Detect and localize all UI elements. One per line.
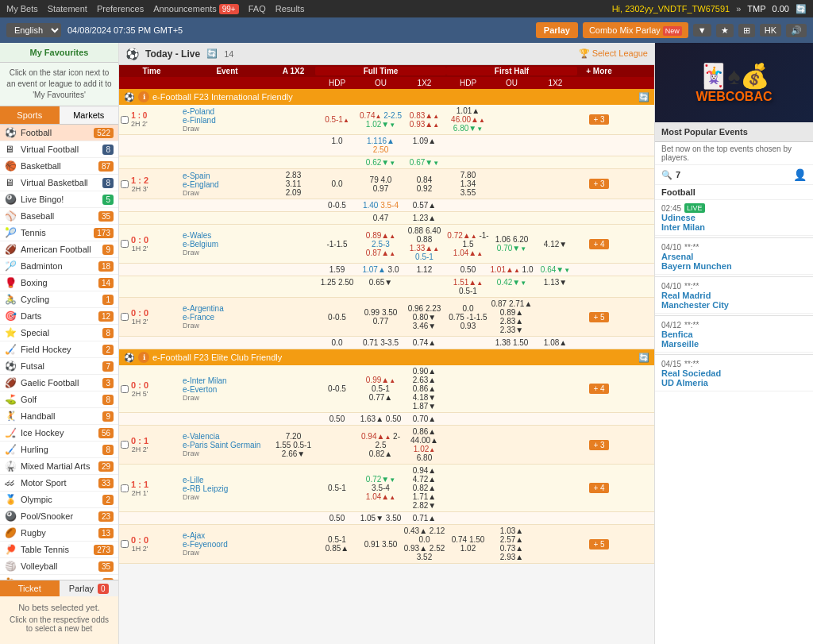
match8-team1[interactable]: e-Ajax <box>183 531 272 540</box>
m3r2-val4[interactable]: 0.50 <box>446 265 490 274</box>
m5r2-v1[interactable]: 0.50 <box>315 415 359 423</box>
match5-more-btn[interactable]: + 4 <box>589 384 608 394</box>
sidebar-item-badminton[interactable]: 🏸Badminton18 <box>0 258 118 275</box>
match4-checkbox[interactable] <box>121 313 129 321</box>
m7r2-v2[interactable]: 1.05▼ 3.50 <box>359 514 403 523</box>
m2o1-ou[interactable]: 1.40 3.5-4 <box>359 201 403 210</box>
popular-match-1[interactable]: 02:45 LIVE Udinese Inter Milan <box>655 200 813 236</box>
results-link[interactable]: Results <box>275 4 305 13</box>
m3r2-val2[interactable]: 1.07▲ 3.0 <box>359 265 403 274</box>
refresh-events-icon[interactable]: 🔄 <box>206 48 218 59</box>
m4r2-v4[interactable]: 1.38 1.50 <box>490 338 534 347</box>
match1-team1[interactable]: e-Poland <box>183 107 272 116</box>
grid-icon-btn[interactable]: ⊞ <box>738 24 755 37</box>
parlay-tab[interactable]: Parlay 0 <box>60 580 119 596</box>
m4r2-v2[interactable]: 0.71 3-3.5 <box>359 338 403 347</box>
m1o1-1x2[interactable]: 1.09▲ <box>403 137 446 154</box>
m4r2-v5[interactable]: 1.08▲ <box>534 338 577 347</box>
language-select[interactable]: English <box>6 23 61 37</box>
sports-tab[interactable]: Sports <box>0 106 60 124</box>
section1-info-icon[interactable]: ℹ <box>138 91 149 102</box>
faq-link[interactable]: FAQ <box>249 4 266 13</box>
match1-ou1[interactable]: 0.74 2-2.5 <box>359 111 403 120</box>
select-league-btn[interactable]: 🏆 Select League <box>579 48 648 59</box>
m4r2-v3[interactable]: 0.74▲ <box>403 338 446 347</box>
sidebar-item-handball[interactable]: 🤾Handball9 <box>0 408 118 425</box>
match4-team1[interactable]: e-Argentina <box>183 304 272 313</box>
match6-checkbox[interactable] <box>121 441 129 449</box>
m4r2-v1[interactable]: 0.0 <box>315 338 359 347</box>
match6-more-btn[interactable]: + 3 <box>589 440 608 450</box>
match7-team2[interactable]: e-RB Leipzig <box>183 484 272 493</box>
sidebar-item-virtual-basketball[interactable]: 🖥Virtual Basketball8 <box>0 175 118 191</box>
combo-mix-parlay-button[interactable]: Combo Mix Parlay New <box>583 22 688 38</box>
match1-1x2-2[interactable]: 0.93▲ <box>403 120 446 129</box>
statement-link[interactable]: Statement <box>48 4 87 13</box>
section1-refresh-icon[interactable]: 🔄 <box>638 92 649 102</box>
m3r3-val1[interactable]: 1.25 2.50 <box>315 278 359 295</box>
sidebar-item-american-football[interactable]: 🏈American Football9 <box>0 241 118 258</box>
m7r2-v1[interactable]: 0.50 <box>315 514 359 523</box>
sidebar-item-cycling[interactable]: 🚴Cycling1 <box>0 291 118 308</box>
match5-checkbox[interactable] <box>121 385 129 393</box>
popular-match-4[interactable]: 04/12 **:** Benfica Marseille <box>655 318 813 353</box>
match6-team1[interactable]: e-Valencia <box>183 432 272 441</box>
markets-tab[interactable]: Markets <box>60 106 119 124</box>
sidebar-item-special[interactable]: ⭐Special8 <box>0 325 118 341</box>
match6-team2[interactable]: e-Paris Saint Germain <box>183 441 272 449</box>
announcements-link[interactable]: Announcements 99+ <box>153 4 239 13</box>
m3r3-val5[interactable]: 1.13▼ <box>534 278 577 295</box>
sidebar-item-gaelic-football[interactable]: 🏈Gaelic Football3 <box>0 375 118 391</box>
match4-team2[interactable]: e-France <box>183 313 272 322</box>
sidebar-item-pool/snooker[interactable]: 🎱Pool/Snooker23 <box>0 508 118 525</box>
sidebar-item-darts[interactable]: 🎯Darts12 <box>0 308 118 325</box>
sidebar-item-mixed-martial-arts[interactable]: 🥋Mixed Martial Arts29 <box>0 458 118 475</box>
sidebar-item-hurling[interactable]: 🏑Hurling8 <box>0 442 118 458</box>
match8-checkbox[interactable] <box>121 540 129 548</box>
match1-ou2[interactable]: 1.02▼ <box>359 120 403 129</box>
match2-checkbox[interactable] <box>121 180 129 188</box>
match3-team1[interactable]: e-Wales <box>183 231 272 240</box>
match1-more-btn[interactable]: + 3 <box>589 114 608 125</box>
sidebar-item-football[interactable]: ⚽Football522 <box>0 125 118 141</box>
match8-team2[interactable]: e-Feyenoord <box>183 540 272 549</box>
match5-team1[interactable]: e-Inter Milan <box>183 376 272 385</box>
sidebar-item-futsal[interactable]: ⚽Futsal7 <box>0 358 118 375</box>
match5-team2[interactable]: e-Everton <box>183 385 272 394</box>
sidebar-item-rugby[interactable]: 🏉Rugby13 <box>0 525 118 542</box>
match1-team2[interactable]: e-Finland <box>183 116 272 125</box>
sidebar-item-golf[interactable]: ⛳Golf8 <box>0 391 118 408</box>
match1-hdp1[interactable]: 0.5-1 <box>315 115 359 124</box>
m1o1-hdp[interactable]: 1.0 <box>315 137 359 154</box>
m3r3-val3[interactable]: 1.51▲ 0.5-1 <box>446 278 490 295</box>
match1-1x2-1[interactable]: 0.83▲ <box>403 111 446 120</box>
match3-team2[interactable]: e-Belgium <box>183 240 272 249</box>
sidebar-item-olympic[interactable]: 🏅Olympic2 <box>0 492 118 508</box>
sidebar-item-baseball[interactable]: ⚾Baseball35 <box>0 208 118 225</box>
m1o2-1x2[interactable]: 0.67▼ <box>403 158 446 167</box>
section2-refresh-icon[interactable]: 🔄 <box>638 353 649 363</box>
m3r2-val1[interactable]: 1.59 <box>315 265 359 274</box>
sidebar-item-ice-hockey[interactable]: 🏒Ice Hockey56 <box>0 425 118 442</box>
match1-checkbox[interactable] <box>121 116 129 124</box>
match7-more-btn[interactable]: + 4 <box>589 483 608 493</box>
match3-checkbox[interactable] <box>121 240 129 248</box>
m3r2-val5[interactable]: 1.01▲ 1.0 <box>490 265 534 274</box>
m3r3-val4[interactable]: 0.42▼ <box>490 278 534 295</box>
m3r3-val2[interactable]: 0.65▼ <box>359 278 403 295</box>
m2o2-1x2[interactable]: 1.23▲ <box>403 214 446 222</box>
m5r2-v3[interactable]: 0.70▲ <box>403 415 446 423</box>
sound-icon-btn[interactable]: 🔊 <box>786 24 807 37</box>
match2-more-btn[interactable]: + 3 <box>589 179 608 189</box>
sidebar-item-virtual-football[interactable]: 🖥Virtual Football8 <box>0 141 118 158</box>
m3r2-val6[interactable]: 0.64▼ <box>534 265 577 274</box>
sidebar-item-tennis[interactable]: 🎾Tennis173 <box>0 225 118 241</box>
match7-team1[interactable]: e-Lille <box>183 476 272 484</box>
m7r2-v3[interactable]: 0.71▲ <box>403 514 446 523</box>
match1-fhhdp1[interactable]: 1.01▲ <box>446 106 490 115</box>
popular-match-5[interactable]: 04/15 **:** Real Sociedad UD Almeria <box>655 357 813 391</box>
popular-match-2[interactable]: 04/10 **:** Arsenal Bayern Munchen <box>655 240 813 275</box>
region-select-btn[interactable]: HK <box>760 24 781 37</box>
match2-team1[interactable]: e-Spain <box>183 172 272 180</box>
sidebar-item-motor-sport[interactable]: 🏎Motor Sport33 <box>0 475 118 492</box>
